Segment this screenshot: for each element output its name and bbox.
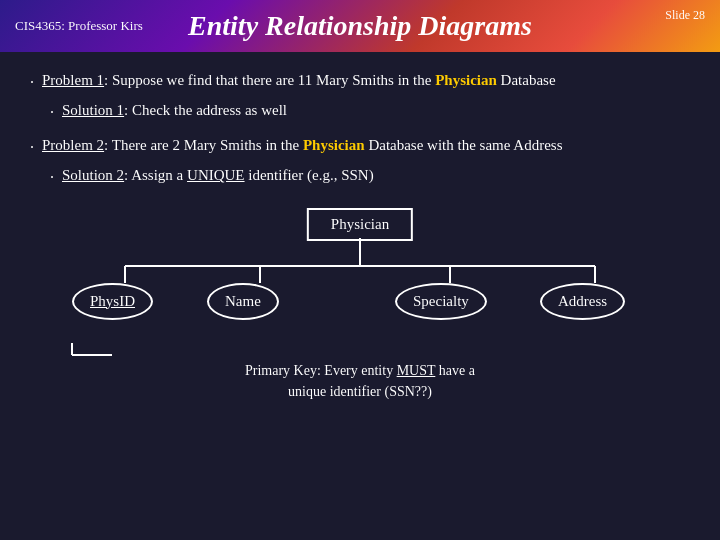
bullet-1-section: · Problem 1: Suppose we find that there … <box>30 70 690 125</box>
solution1-label: Solution 1 <box>62 102 124 118</box>
sub-bullet-2: · Solution 2: Assign a UNIQUE identifier… <box>50 165 690 189</box>
problem2-label: Problem 2 <box>42 137 104 153</box>
course-label: CIS4365: Professor Kirs <box>15 18 143 34</box>
bullet-2-section: · Problem 2: There are 2 Mary Smiths in … <box>30 135 690 190</box>
unique-label: UNIQUE <box>187 167 245 183</box>
page-title: Entity Relationship Diagrams <box>188 10 532 42</box>
bullet-dot-1: · <box>30 72 34 94</box>
bullet-1-text: Problem 1: Suppose we find that there ar… <box>42 70 690 91</box>
attr-name-label: Name <box>225 293 261 309</box>
attr-name: Name <box>207 283 279 320</box>
sub-dot-2: · <box>50 167 54 189</box>
header: CIS4365: Professor Kirs Slide 28 Entity … <box>0 0 720 52</box>
primary-key-bracket <box>72 343 172 363</box>
erd-wrapper: Physician PhysID Name Specialty <box>50 208 670 358</box>
bullet-2-text: Problem 2: There are 2 Mary Smiths in th… <box>42 135 690 156</box>
pk-must: MUST <box>397 363 436 378</box>
physician-highlight-2: Physician <box>303 137 365 153</box>
attr-specialty-label: Specialty <box>413 293 469 309</box>
bullet-2: · Problem 2: There are 2 Mary Smiths in … <box>30 135 690 159</box>
physician-highlight-1: Physician <box>435 72 497 88</box>
pk-note-2: unique identifier (SSN??) <box>288 384 432 399</box>
erd-diagram: Physician PhysID Name Specialty <box>30 208 690 402</box>
problem1-label: Problem 1 <box>42 72 104 88</box>
attr-physid-label: PhysID <box>90 293 135 309</box>
attr-address: Address <box>540 283 625 320</box>
solution2-label: Solution 2 <box>62 167 124 183</box>
attr-address-label: Address <box>558 293 607 309</box>
pk-note-1: Primary Key: Every entity MUST have a <box>245 363 475 378</box>
sub-dot-1: · <box>50 102 54 124</box>
bullet-1: · Problem 1: Suppose we find that there … <box>30 70 690 94</box>
content-area: · Problem 1: Suppose we find that there … <box>0 52 720 412</box>
bullet-dot-2: · <box>30 137 34 159</box>
solution2-text: Solution 2: Assign a UNIQUE identifier (… <box>62 165 374 186</box>
entity-label: Physician <box>331 216 389 232</box>
entity-box: Physician <box>307 208 413 241</box>
sub-bullet-1: · Solution 1: Check the address as well <box>50 100 690 124</box>
attr-physid: PhysID <box>72 283 153 320</box>
primary-key-note: Primary Key: Every entity MUST have a un… <box>245 360 475 402</box>
solution1-text: Solution 1: Check the address as well <box>62 100 287 121</box>
slide-number: Slide 28 <box>665 8 705 23</box>
attr-specialty: Specialty <box>395 283 487 320</box>
entity-physician: Physician <box>307 208 413 241</box>
